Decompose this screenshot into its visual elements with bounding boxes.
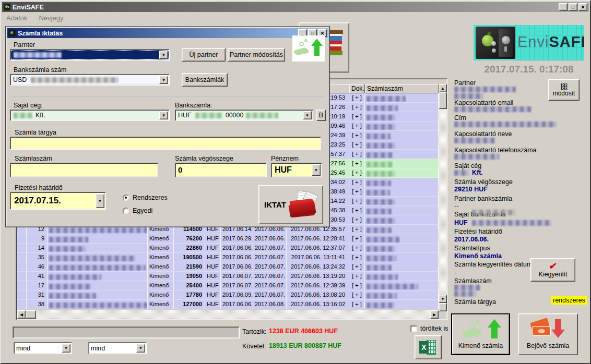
table-row[interactable]: 14Kimenő22860HUF2017.06.06.2017.06.07.20… xyxy=(17,244,439,253)
scroll-left-icon[interactable]: ◀ xyxy=(17,310,26,319)
redacted-text xyxy=(49,237,88,242)
table-row[interactable]: 31Kimenő17780HUF2017.06.09.2017.06.07.20… xyxy=(17,290,439,300)
cell-currency: HUF xyxy=(205,281,221,290)
chevron-down-icon[interactable]: ▼ xyxy=(303,111,312,119)
table-header-invoice-no[interactable]: Számlaszám xyxy=(365,84,439,93)
deleted-checkbox-label: töröltek is xyxy=(420,325,448,332)
table-row[interactable]: 38Kimenő127000HUF2017.06.06.2017.06.08.2… xyxy=(17,300,439,309)
dialog-titlebar[interactable]: Számla iktatás _ □ ✕ xyxy=(7,28,328,38)
app-titlebar[interactable]: EnviSAFE _ □ ✕ xyxy=(2,2,589,12)
hscroll-thumb[interactable] xyxy=(26,310,36,319)
cell-partner xyxy=(48,281,148,290)
incoming-invoice-button[interactable]: Bejövő számla xyxy=(518,313,578,355)
chevron-down-icon[interactable]: ▼ xyxy=(312,164,321,176)
filter-2-value: mind xyxy=(89,345,105,352)
maximize-button[interactable]: □ xyxy=(569,3,577,11)
radio-regular[interactable] xyxy=(123,195,129,201)
iktat-button[interactable]: IKTAT xyxy=(258,185,323,224)
chevron-down-icon[interactable]: ▼ xyxy=(159,51,168,59)
cell-date1: 2017.06.06. xyxy=(221,244,253,253)
cell-inv xyxy=(365,122,439,131)
modify-button[interactable]: módosít xyxy=(548,79,580,101)
excel-export-button[interactable]: X xyxy=(415,335,442,359)
menu-nevjegy[interactable]: Névjegy xyxy=(39,14,63,22)
currency-combo[interactable]: HUF ▼ xyxy=(271,163,322,177)
cell-type: Kimenő xyxy=(148,272,174,281)
cell-currency: HUF xyxy=(205,290,221,300)
chevron-down-icon[interactable]: ▼ xyxy=(159,76,168,84)
cell-dok: [ + ] xyxy=(349,234,365,244)
table-row[interactable]: 17Kimenő25400HUF2017.06.07.2017.06.07.20… xyxy=(17,281,439,290)
outgoing-invoice-button[interactable]: Kimenő számla xyxy=(451,313,510,355)
radio-single[interactable] xyxy=(123,208,129,214)
own-company-combo[interactable]: Kft. ▼ xyxy=(10,110,170,121)
cell-dok: [ + ] xyxy=(349,150,365,159)
modify-partner-button[interactable]: Partner módosítás xyxy=(228,48,285,62)
cell-sp xyxy=(17,262,27,272)
cell-amount: 22860 xyxy=(174,244,205,253)
minimize-button[interactable]: _ xyxy=(559,3,568,11)
checkmark-icon: ✔ xyxy=(549,262,557,271)
table-hscrollbar[interactable]: ◀ ▶ xyxy=(17,310,439,319)
clock: 2017.07.15. 0:17:08 xyxy=(480,64,577,75)
scroll-right-icon[interactable]: ▶ xyxy=(430,310,439,319)
menu-adatok[interactable]: Adatok xyxy=(6,14,27,22)
filter-combo-1[interactable]: mind ▼ xyxy=(14,342,72,354)
cell-date2: 2017.06.07. xyxy=(253,281,287,290)
table-row[interactable]: 46Kimenő21590HUF2017.06.06.2017.06.07.20… xyxy=(17,262,439,272)
deadline-combo[interactable]: 2017.07.15. ▼ xyxy=(10,192,106,210)
own-bank-currency: HUF xyxy=(175,112,192,119)
chevron-down-icon[interactable]: ▼ xyxy=(96,193,104,208)
status-field[interactable] xyxy=(13,326,240,338)
table-row[interactable]: 9Kimenő76200HUF2017.06.29.2017.06.06.201… xyxy=(17,234,439,244)
table-row[interactable]: 35Kimenő190500HUF2017.06.06.2017.06.07.2… xyxy=(17,253,439,262)
total-input[interactable]: 0 xyxy=(175,163,267,177)
own-company-suffix: Kft. xyxy=(32,112,45,119)
invoice-no-label: Számlaszám xyxy=(15,155,52,162)
invoice-no-redacted xyxy=(454,285,480,290)
cell-amount: 190500 xyxy=(174,253,205,262)
cell-date2: 2017.06.07. xyxy=(253,262,287,272)
scroll-up-icon[interactable]: ▲ xyxy=(439,84,447,92)
chevron-down-icon[interactable]: ▼ xyxy=(159,111,168,119)
cell-datetime: 2017.06.06. 12:37:07 xyxy=(287,244,349,253)
menubar: Adatok Névjegy xyxy=(6,14,75,22)
cell-date1: 2017.06.06. xyxy=(221,262,253,272)
redacted-text xyxy=(367,134,391,139)
bank-accounts-button[interactable]: Bankszámlák xyxy=(182,73,228,87)
filter-combo-2[interactable]: mind ▼ xyxy=(88,342,147,354)
redacted-text xyxy=(367,124,395,130)
invoice-no-input[interactable] xyxy=(10,163,158,177)
redacted-text xyxy=(367,293,397,299)
deleted-checkbox[interactable] xyxy=(410,325,417,332)
cell-dok: [ + ] xyxy=(349,187,365,197)
table-row[interactable]: 41Kimenő19050HUF2017.06.07.2017.06.07.20… xyxy=(17,272,439,281)
cell-currency: HUF xyxy=(205,300,221,309)
table-vscrollbar[interactable]: ▲ ▼ xyxy=(439,84,447,311)
close-button[interactable]: ✕ xyxy=(578,3,587,11)
bank-account-combo[interactable]: USD ▼ xyxy=(10,74,170,86)
own-bank-value: HUF xyxy=(454,219,468,226)
redacted-text xyxy=(367,284,418,289)
redacted-text xyxy=(367,143,395,149)
settle-button[interactable]: ✔ Kiegyenlít xyxy=(530,258,575,282)
cell-dok: [ + ] xyxy=(349,159,365,168)
cell-currency: HUF xyxy=(205,272,221,281)
detail-panel: Partner módosít Kapcsolattartó email Cím… xyxy=(453,78,590,311)
own-company-redacted xyxy=(454,170,469,176)
own-bank-redacted-overlay xyxy=(472,210,516,215)
chevron-down-icon[interactable]: ▼ xyxy=(62,344,70,353)
partner-combo[interactable]: ▼ xyxy=(10,49,170,60)
own-bank-combo[interactable]: HUF 00000 ▼ xyxy=(175,110,313,121)
vscroll-thumb[interactable] xyxy=(439,92,447,109)
new-partner-button[interactable]: Új partner xyxy=(182,48,226,62)
b-button[interactable]: B xyxy=(316,110,326,121)
table-header-dok[interactable]: Dok. xyxy=(349,84,365,93)
subject-input[interactable] xyxy=(10,137,321,150)
chevron-down-icon[interactable]: ▼ xyxy=(136,344,145,353)
cell-inv xyxy=(365,131,439,140)
deadline-label: Fizetési határidő xyxy=(454,228,502,235)
dialog-icon xyxy=(9,30,16,37)
scroll-down-icon[interactable]: ▼ xyxy=(439,295,447,303)
cell-sp xyxy=(17,300,27,309)
